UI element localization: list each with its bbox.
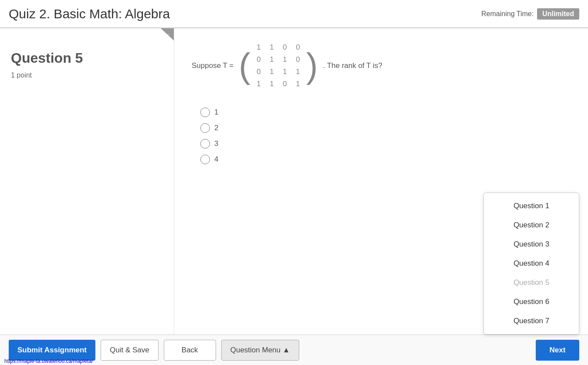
matrix-cell: 1	[257, 43, 260, 52]
matrix-cell: 0	[296, 43, 300, 52]
sidebar: − Question 5 1 point	[0, 28, 174, 335]
matrix-cell: 0	[283, 80, 287, 88]
question-text-suffix: . The rank of T is?	[323, 61, 382, 70]
option-label: 3	[214, 139, 218, 148]
footer-url: https://maple-ta.uwaterloo.ca/mapleta/	[4, 358, 93, 364]
matrix-bracket-right: )	[306, 48, 318, 83]
header: Quiz 2. Basic Math: Algebra Remaining Ti…	[0, 0, 588, 28]
quiz-title: Quiz 2. Basic Math: Algebra	[9, 7, 170, 21]
matrix-cell: 0	[296, 55, 300, 64]
footer: Submit Assignment Quit & Save Back Quest…	[0, 335, 588, 365]
menu-item-question-2[interactable]: Question 2	[484, 216, 579, 235]
menu-item-question-1[interactable]: Question 1	[484, 196, 579, 216]
quit-save-button[interactable]: Quit & Save	[101, 340, 159, 361]
question-menu-dropdown: Question 1Question 2Question 3Question 4…	[483, 193, 579, 335]
matrix-cell: 1	[296, 80, 300, 88]
matrix-bracket-left: (	[239, 48, 250, 83]
matrix-cell: 1	[270, 68, 274, 76]
matrix-container: ( 1100011001111101 )	[239, 41, 318, 90]
matrix-cell: 1	[257, 80, 260, 88]
question-text-prefix: Suppose T =	[192, 61, 233, 70]
matrix-cell: 1	[270, 43, 274, 52]
next-button[interactable]: Next	[536, 340, 579, 361]
matrix-cell: 1	[283, 55, 287, 64]
remaining-time-container: Remaining Time: Unlimited	[481, 8, 579, 20]
menu-item-question-6[interactable]: Question 6	[484, 292, 579, 311]
option-item[interactable]: 2	[200, 123, 571, 133]
option-label: 2	[214, 124, 218, 132]
remaining-time-badge: Unlimited	[537, 8, 579, 20]
points-label: 1 point	[11, 71, 163, 79]
matrix-grid: 1100011001111101	[252, 41, 304, 90]
radio-option-1[interactable]	[200, 108, 210, 117]
option-label: 1	[214, 108, 218, 117]
menu-item-question-3[interactable]: Question 3	[484, 235, 579, 254]
menu-item-question-7[interactable]: Question 7	[484, 311, 579, 331]
radio-option-2[interactable]	[200, 123, 210, 133]
matrix-cell: 1	[296, 68, 300, 76]
option-item[interactable]: 3	[200, 139, 571, 149]
radio-option-4[interactable]	[200, 155, 210, 164]
option-label: 4	[214, 155, 218, 164]
submit-assignment-button[interactable]: Submit Assignment	[9, 340, 95, 361]
matrix-cell: 0	[283, 43, 287, 52]
options-list: 1234	[200, 108, 571, 164]
radio-option-3[interactable]	[200, 139, 210, 149]
matrix-cell: 1	[270, 80, 274, 88]
matrix-cell: 0	[257, 68, 260, 76]
question-text: Suppose T = ( 1100011001111101 ) . The r…	[192, 41, 571, 90]
collapse-button[interactable]: −	[161, 28, 174, 41]
question-label: Question 5	[11, 50, 163, 66]
option-item[interactable]: 4	[200, 155, 571, 164]
matrix-cell: 0	[257, 55, 260, 64]
remaining-time-label: Remaining Time:	[481, 10, 534, 18]
option-item[interactable]: 1	[200, 108, 571, 117]
back-button[interactable]: Back	[164, 340, 216, 361]
question-menu-button[interactable]: Question Menu ▲	[221, 340, 299, 361]
menu-item-question-5: Question 5	[484, 273, 579, 292]
menu-item-question-4[interactable]: Question 4	[484, 254, 579, 273]
matrix-cell: 1	[283, 68, 287, 76]
matrix-cell: 1	[270, 55, 274, 64]
